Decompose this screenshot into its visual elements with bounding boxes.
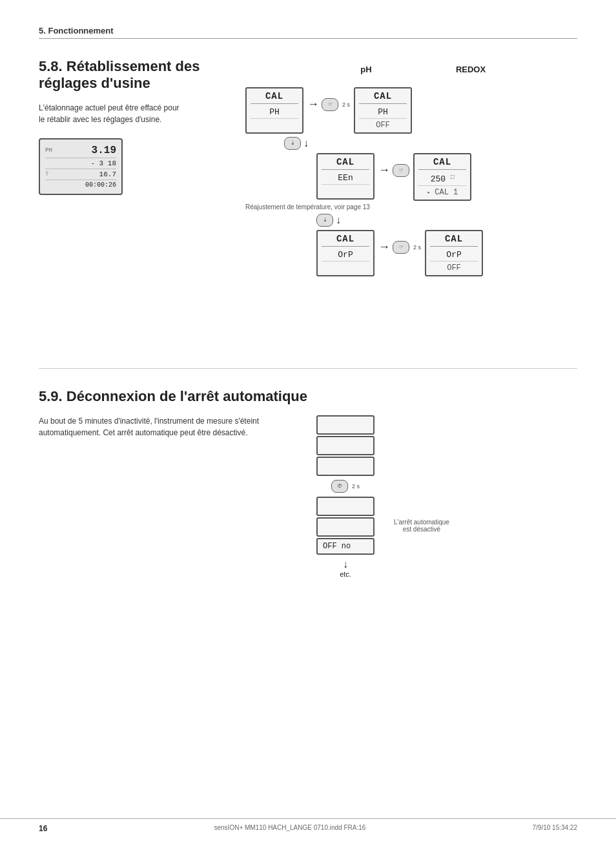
transition1-inner: → ☞ 2 s bbox=[307, 98, 350, 111]
empty-box-5 bbox=[316, 517, 375, 537]
off-label: OFF no bbox=[323, 542, 351, 551]
redox-row2-bottom: ▪ CAL 1 bbox=[418, 188, 466, 197]
redox-row2-wrapper: CAL 250 ⬚ ▪ CAL 1 bbox=[413, 153, 471, 201]
redox-row3-cal: CAL OrP OFF bbox=[425, 230, 483, 276]
button-icon-2: ☞ bbox=[393, 164, 409, 177]
note-temp: Réajustement de température, voir page 1… bbox=[245, 203, 568, 211]
redox-row3-middle: OrP bbox=[430, 249, 478, 262]
section-59-left: Au bout de 5 minutes d'inactivité, l'ins… bbox=[39, 415, 297, 578]
time-label-59: 2 s bbox=[352, 483, 360, 490]
section-header-text: 5. Fonctionnement bbox=[39, 26, 114, 36]
lcd-row-1: PH 3.19 bbox=[45, 143, 116, 158]
ph-row3-bottom bbox=[322, 263, 369, 273]
ph-row2-middle: EEn bbox=[322, 172, 369, 185]
transition2: → ☞ bbox=[378, 153, 409, 177]
transition3-inner: → ☞ 2 s bbox=[378, 240, 421, 254]
section-59-body: Au bout de 5 minutes d'inactivité, l'ins… bbox=[39, 415, 297, 438]
body59-line2: automatiquement. Cet arrêt automatique p… bbox=[39, 428, 248, 437]
button-icon-3: ☞ bbox=[393, 241, 409, 254]
diagram-row3: CAL OrP → ☞ 2 s bbox=[316, 230, 568, 276]
ph-row1-bottom bbox=[251, 121, 298, 130]
redox-row2-cal: CAL 250 ⬚ ▪ CAL 1 bbox=[413, 153, 471, 201]
down-arrow-1: ⇣ ↓ bbox=[284, 137, 568, 150]
empty-box-3 bbox=[316, 457, 375, 476]
btn-2s-group: ⏱ 2 s bbox=[331, 480, 360, 493]
section-header: 5. Fonctionnement bbox=[39, 26, 577, 39]
page-wrapper: 5. Fonctionnement 5.8. Rétablissement de… bbox=[0, 0, 616, 846]
redox-col-label: REDOX bbox=[442, 65, 500, 74]
empty-box-4 bbox=[316, 497, 375, 516]
page-footer: 16 sensION+ MM110 HACH_LANGE 0710.indd F… bbox=[0, 818, 616, 833]
ph-row1-top: CAL bbox=[251, 91, 298, 104]
device-lcd: PH 3.19 - 3 18 T 16.7 00:00:26 bbox=[39, 138, 123, 195]
ph-row3-middle: OrP bbox=[322, 249, 369, 262]
footer-page-num: 16 bbox=[39, 824, 47, 833]
arrow-right-2: → bbox=[378, 163, 390, 177]
diagram-row2: CAL EEn → ☞ bbox=[316, 153, 568, 201]
section-58-right: pH REDOX CAL PH bbox=[245, 58, 577, 336]
stacked-boxes-group: ⏱ 2 s OFF no ↓ etc. bbox=[316, 415, 375, 578]
arrow-right-1: → bbox=[307, 98, 319, 111]
ph-row2-cal: CAL EEn bbox=[316, 153, 375, 200]
empty-box-1 bbox=[316, 415, 375, 435]
redox-row3-bottom: OFF bbox=[430, 263, 478, 273]
section59-note: L'arrêt automatique est désactivé bbox=[394, 519, 449, 533]
btn-icon-down1: ⇣ bbox=[284, 137, 301, 150]
note59-line2: est désactivé bbox=[403, 526, 440, 533]
empty-box-2 bbox=[316, 436, 375, 455]
btn-icon-down2: ⇣ bbox=[316, 214, 333, 227]
button-icon-1: ☞ bbox=[322, 98, 338, 111]
arrow-down-59: ↓ bbox=[343, 559, 348, 570]
lcd-val1: 3.19 bbox=[92, 145, 116, 156]
arrow-down-2: ↓ bbox=[336, 214, 341, 226]
section-59-content: Au bout de 5 minutes d'inactivité, l'ins… bbox=[39, 415, 577, 578]
button-icon-59: ⏱ bbox=[331, 480, 348, 493]
ph-row2-wrapper: CAL EEn bbox=[316, 153, 375, 200]
redox-row2-middle: 250 ⬚ bbox=[418, 172, 466, 186]
section-59-title: 5.9. Déconnexion de l'arrêt automatique bbox=[39, 388, 577, 405]
transition3: → ☞ 2 s bbox=[378, 230, 421, 254]
section-58-left: 5.8. Rétablissement des réglages d'usine… bbox=[39, 58, 245, 336]
redox-row1-top: CAL bbox=[359, 91, 407, 104]
section-58-body: L'étalonnage actuel peut être effacé pou… bbox=[39, 102, 232, 125]
etc-group: ↓ etc. bbox=[340, 559, 351, 578]
section-58-title: 5.8. Rétablissement des réglages d'usine bbox=[39, 58, 245, 92]
redox-row3-top: CAL bbox=[430, 234, 478, 247]
ph-row1-wrapper: CAL PH bbox=[245, 87, 303, 134]
redox-row2-bot-icon: ▪ bbox=[427, 190, 430, 196]
redox-row3-wrapper: CAL OrP OFF bbox=[425, 230, 483, 276]
down-arrow-2: ⇣ ↓ bbox=[316, 214, 568, 227]
ph-row2-bottom bbox=[322, 187, 369, 196]
separator bbox=[39, 368, 577, 369]
ph-row3-cal: CAL OrP bbox=[316, 230, 375, 276]
ph-row3-top: CAL bbox=[322, 234, 369, 247]
footer-date: 7/9/10 15:34:22 bbox=[532, 824, 577, 833]
redox-row1-cal: CAL PH OFF bbox=[354, 87, 412, 134]
ph-col-label: pH bbox=[337, 65, 395, 74]
transition2-inner: → ☞ bbox=[378, 163, 409, 177]
ph-row1-middle: PH bbox=[251, 106, 298, 119]
ph-row1-cal: CAL PH bbox=[245, 87, 303, 134]
redox-row1-wrapper: CAL PH OFF bbox=[354, 87, 412, 134]
note59-line1: L'arrêt automatique bbox=[394, 519, 449, 526]
lcd-row-3: T 16.7 bbox=[45, 169, 116, 180]
diagram-58: pH REDOX CAL PH bbox=[245, 65, 568, 336]
time-label-1: 2 s bbox=[342, 101, 350, 108]
transition1: → ☞ 2 s bbox=[307, 87, 350, 111]
time-label-3: 2 s bbox=[413, 244, 421, 251]
body-line2: le rétablir avec les réglages d'usine. bbox=[39, 115, 161, 124]
arrow-down-1: ↓ bbox=[303, 138, 309, 149]
section-59-right: ⏱ 2 s OFF no ↓ etc. bbox=[316, 415, 577, 578]
lcd-row-4: 00:00:26 bbox=[45, 180, 116, 190]
etc-label: etc. bbox=[340, 570, 351, 578]
section59-diagram: ⏱ 2 s OFF no ↓ etc. bbox=[316, 415, 577, 578]
body59-line1: Au bout de 5 minutes d'inactivité, l'ins… bbox=[39, 417, 259, 426]
ph-row2-top: CAL bbox=[322, 157, 369, 170]
redox-row2-top: CAL bbox=[418, 157, 466, 170]
off-box: OFF no bbox=[316, 538, 375, 555]
section-58: 5.8. Rétablissement des réglages d'usine… bbox=[39, 58, 577, 336]
redox-row1-bottom: OFF bbox=[359, 121, 407, 130]
section-59: 5.9. Déconnexion de l'arrêt automatique … bbox=[39, 388, 577, 578]
diagram-row1: CAL PH → ☞ 2 s bbox=[245, 87, 568, 134]
lcd-row-2: - 3 18 bbox=[45, 158, 116, 169]
